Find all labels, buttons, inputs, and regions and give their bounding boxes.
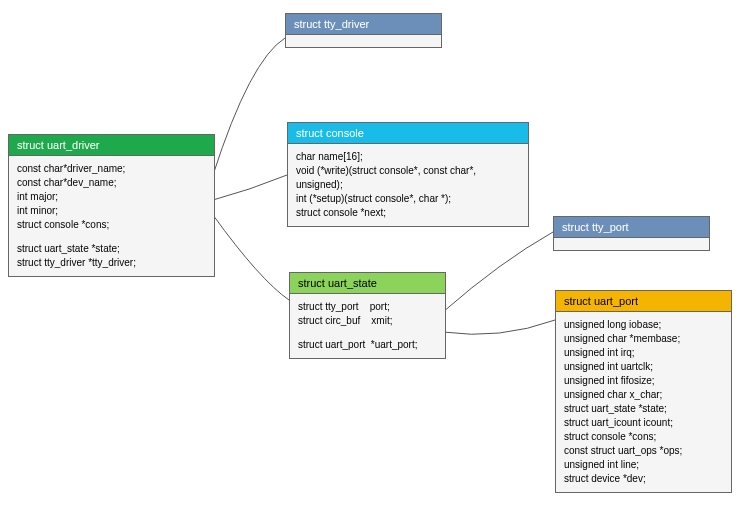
box-title-uart-state: struct uart_state bbox=[290, 273, 445, 294]
box-title-uart-port: struct uart_port bbox=[556, 291, 731, 312]
box-console: struct console char name[16]; void (*wri… bbox=[287, 122, 529, 227]
box-uart-state: struct uart_state struct tty_port port; … bbox=[289, 272, 446, 359]
box-body-uart-state: struct tty_port port; struct circ_buf xm… bbox=[290, 294, 445, 358]
box-tty-port: struct tty_port bbox=[553, 216, 710, 251]
box-title-console: struct console bbox=[288, 123, 528, 144]
box-uart-driver: struct uart_driver const char*driver_nam… bbox=[8, 134, 215, 277]
box-title-uart-driver: struct uart_driver bbox=[9, 135, 214, 156]
box-body-console: char name[16]; void (*write)(struct cons… bbox=[288, 144, 528, 226]
box-body-uart-port: unsigned long iobase; unsigned char *mem… bbox=[556, 312, 731, 492]
box-tty-driver: struct tty_driver bbox=[285, 13, 442, 48]
box-uart-port: struct uart_port unsigned long iobase; u… bbox=[555, 290, 732, 493]
box-body-tty-port bbox=[554, 238, 709, 250]
box-title-tty-port: struct tty_port bbox=[554, 217, 709, 238]
box-title-tty-driver: struct tty_driver bbox=[286, 14, 441, 35]
box-body-uart-driver: const char*driver_name; const char*dev_n… bbox=[9, 156, 214, 276]
box-body-tty-driver bbox=[286, 35, 441, 47]
